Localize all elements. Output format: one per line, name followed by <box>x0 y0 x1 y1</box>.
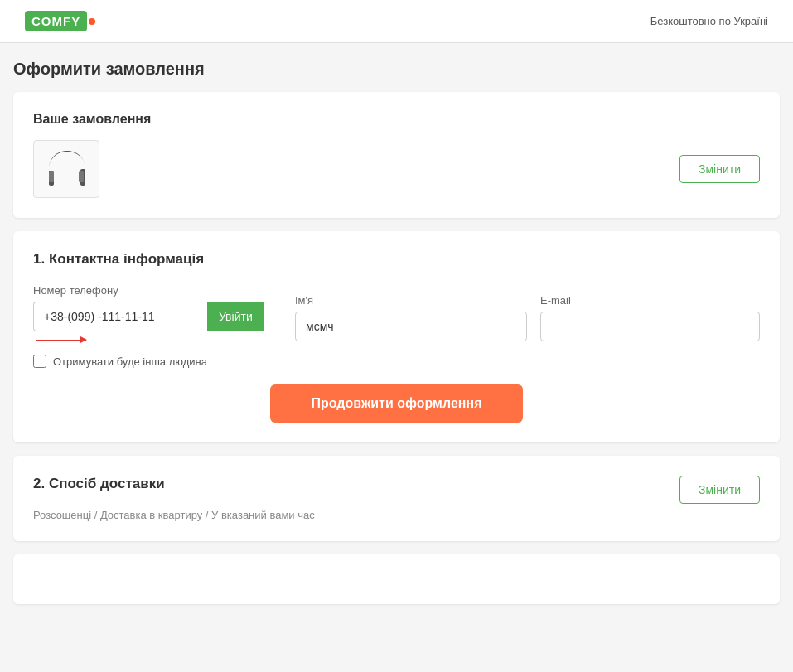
site-header: COMFY Безкоштовно по Україні <box>0 0 793 43</box>
delivery-subtitle: Розсошенці / Доставка в квартиру / У вка… <box>33 509 315 521</box>
logo[interactable]: COMFY <box>25 11 95 31</box>
checkbox-row: Отримувати буде інша людина <box>33 355 760 368</box>
order-row: Змінити <box>33 140 760 198</box>
name-input[interactable] <box>295 312 527 341</box>
logo-dot-icon <box>89 18 95 25</box>
name-group: Ім'я <box>295 294 527 341</box>
phone-label: Номер телефону <box>33 284 282 297</box>
phone-group: Номер телефону Увійти <box>33 284 282 341</box>
page-title: Оформити замовлення <box>13 60 780 79</box>
logo-text: COMFY <box>25 11 87 31</box>
change-delivery-button[interactable]: Змінити <box>679 476 760 504</box>
form-row-fields: Номер телефону Увійти Ім'я E-mail <box>33 284 760 341</box>
bottom-card <box>13 554 780 604</box>
continue-button[interactable]: Продовжити оформлення <box>270 384 524 423</box>
email-input[interactable] <box>540 312 760 341</box>
product-image <box>33 140 99 198</box>
phone-input[interactable] <box>33 302 207 331</box>
delivery-section: 2. Спосіб доставки Розсошенці / Доставка… <box>33 476 760 521</box>
headphone-icon <box>43 148 89 190</box>
change-order-button[interactable]: Змінити <box>679 155 760 183</box>
page-content: Оформити замовлення Ваше замовлення Змін… <box>0 43 793 634</box>
svg-rect-0 <box>49 171 54 182</box>
order-card: Ваше замовлення Змінити <box>13 92 780 218</box>
order-card-title: Ваше замовлення <box>33 112 760 127</box>
delivery-title: 2. Спосіб доставки <box>33 476 315 492</box>
contact-section-title: 1. Контактна інформація <box>33 251 760 268</box>
name-label: Ім'я <box>295 294 527 307</box>
delivery-info: 2. Спосіб доставки Розсошенці / Доставка… <box>33 476 315 521</box>
checkbox-label[interactable]: Отримувати буде інша людина <box>53 355 207 368</box>
delivery-card: 2. Спосіб доставки Розсошенці / Доставка… <box>13 456 780 541</box>
email-group: E-mail <box>540 294 760 341</box>
svg-rect-1 <box>79 171 84 182</box>
email-label: E-mail <box>540 294 760 307</box>
contact-card: 1. Контактна інформація Номер телефону У… <box>13 231 780 442</box>
logout-button[interactable]: Увійти <box>207 302 264 331</box>
recipient-checkbox[interactable] <box>33 355 46 368</box>
header-shipping-info: Безкоштовно по Україні <box>650 15 768 27</box>
phone-input-row: Увійти <box>33 302 282 331</box>
arrow-indicator <box>36 340 86 341</box>
